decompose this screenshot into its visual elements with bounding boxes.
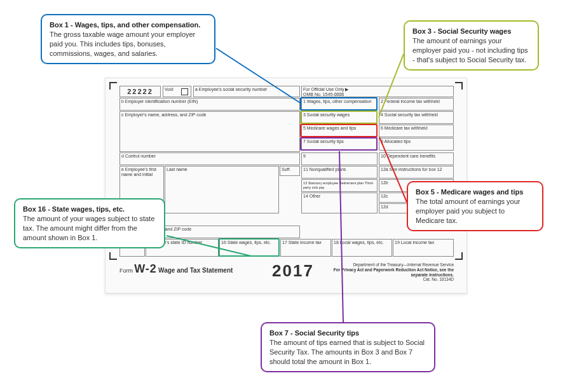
box-2: 2 Federal income tax withheld [379,98,454,111]
box-9: 9 [301,152,378,165]
form-year: 2017 [272,261,314,281]
label: c Employer's name, address, and ZIP code [121,112,207,117]
label: 4 Social security tax withheld [381,112,438,117]
label: 3 Social security wages [303,112,350,117]
form-code: 22222 [119,86,161,97]
callout-body: The gross taxable wage amount your emplo… [50,30,207,58]
crop-mark [109,252,117,260]
label: 5 Medicare wages and tips [303,126,356,130]
callout-box-16: Box 16 - State wages, tips, etc. The amo… [14,198,165,248]
box-7: 7 Social security tips [301,138,378,151]
label: 1 Wages, tips, other compensation [303,99,372,104]
box-13: 13 Statutory employee Retirement plan Th… [301,179,378,192]
callout-body: The amount of tips earned that is subjec… [269,338,426,367]
label: 8 Allocated tips [381,139,411,144]
callout-title: Box 5 - Medicare wages and tips [416,187,535,197]
box-16: 16 State wages, tips, etc. [219,239,280,257]
irs-dept: Department of the Treasury—Internal Reve… [327,262,454,267]
box-a-ssn: a Employee's social security number [193,86,300,97]
callout-title: Box 1 - Wages, tips, and other compensat… [50,20,207,30]
label: For Official Use Only ▶ OMB No. 1545-000… [303,87,348,97]
box-19: 19 Local income tax [393,239,454,257]
box-c-employer: c Employer's name, address, and ZIP code [119,111,300,152]
label: 10 Dependent care benefits [381,154,435,158]
label: 19 Local income tax [395,240,434,245]
irs-text: Department of the Treasury—Internal Reve… [327,262,454,282]
box-11: 11 Nonqualified plans [301,166,378,179]
irs-catalog: Cat. No. 10134D [327,277,454,282]
callout-title: Box 16 - State wages, tips, etc. [23,205,156,214]
form-title: Wage and Tax Statement [158,267,233,274]
label: e Employee's first name and initial [121,167,162,177]
label: 14 Other [303,194,320,198]
callout-box-7: Box 7 - Social Security tips The amount … [261,322,435,372]
label: 2 Federal income tax withheld [381,99,440,104]
callout-title: Box 3 - Social Security wages [412,27,530,36]
box-17: 17 State income tax [280,239,331,257]
label: 12b [381,180,388,185]
label: 6 Medicare tax withheld [381,126,428,130]
box-18: 18 Local wages, tips, etc. [332,239,392,257]
box-12a: 12a See instructions for box 12 [379,166,454,179]
label: 12d [381,205,388,209]
form-label: Form [119,267,133,274]
box-1: 1 Wages, tips, other compensation [301,98,378,111]
label: 18 Local wages, tips, etc. [334,240,384,245]
official-use: For Official Use Only ▶ OMB No. 1545-000… [301,86,454,97]
box-10: 10 Dependent care benefits [379,152,454,165]
form-number: W-2 [134,262,157,275]
void-label: Void [165,87,174,91]
callout-title: Box 7 - Social Security tips [269,328,426,338]
irs-privacy: For Privacy Act and Paperwork Reduction … [327,267,454,278]
label: Suff. [282,167,290,172]
label: Last name [167,167,187,172]
box-14: 14 Other [301,193,378,213]
form-footer: Form W-2 Wage and Tax Statement 2017 Dep… [119,262,454,291]
crop-mark [109,82,117,90]
label: 11 Nonqualified plans [303,167,346,172]
label: 9 [303,154,306,158]
label: 7 Social security tips [303,139,344,144]
callout-box-1: Box 1 - Wages, tips, and other compensat… [41,14,215,64]
box-4: 4 Social security tax withheld [379,111,454,124]
label: 17 State income tax [282,240,322,245]
box-e-suffix: Suff. [280,166,300,176]
label: 13 Statutory employee Retirement plan Th… [303,181,374,189]
callout-box-3: Box 3 - Social Security wages The amount… [404,20,539,71]
box-6: 6 Medicare tax withheld [379,125,454,137]
box-b-ein: b Employer identification number (EIN) [119,98,300,111]
label: d Control number [121,154,156,158]
callout-body: The amount of your wages subject to stat… [23,214,156,243]
label: 12c [381,194,388,198]
label: 12a See instructions for box 12 [381,167,442,172]
void-box: Void [163,86,191,97]
box-d-control: d Control number [119,152,300,165]
box-e-lastname: Last name [165,166,279,213]
box-3: 3 Social security wages [301,111,378,124]
box-8: 8 Allocated tips [379,138,454,151]
label: b Employer identification number (EIN) [121,99,198,104]
crop-mark [455,252,463,260]
callout-box-5: Box 5 - Medicare wages and tips The tota… [407,181,543,231]
callout-body: The total amount of earnings your employ… [416,197,535,226]
callout-body: The amount of earnings your employer pai… [412,36,530,65]
label: a Employee's social security number [195,87,267,91]
label: 16 State wages, tips, etc. [221,240,271,245]
box-5: 5 Medicare wages and tips [301,125,378,137]
crop-mark [455,82,463,90]
